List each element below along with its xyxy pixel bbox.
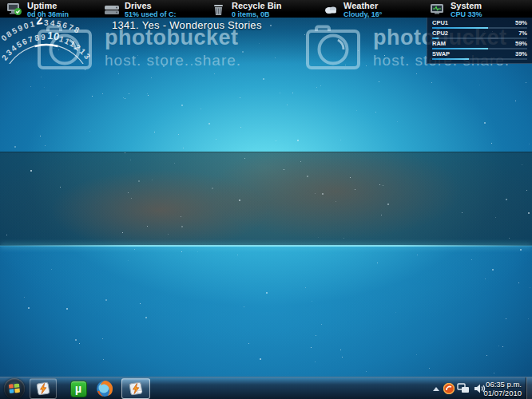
meter-bar-fill [432,38,439,39]
watermark-tagline: host. store. share. [105,53,241,68]
utorrent-icon: µ [70,381,87,397]
taskbar-button-utorrent[interactable]: µ [69,379,88,398]
recycle-bin-value: 0 items, 0B [232,11,281,18]
meter-bar-fill [432,27,488,29]
uptime-widget[interactable]: Uptime 0d 0h 36min [6,2,69,18]
now-playing-text: 1341. Yes - Wonderous Stories [112,19,262,31]
clock-current-underline [35,45,58,46]
meter-label: SWAP [432,51,450,57]
firefox-icon [95,379,114,398]
meter-bar-track [432,38,527,39]
computer-uptime-icon [6,2,22,16]
tray-time: 06:35 p.m. [483,380,522,389]
camera-icon [305,24,361,70]
meter-bar-fill [432,58,469,60]
desktop: photobucket host. store. share. photobuc… [0,0,532,399]
widget-topbar: Uptime 0d 0h 36min Drives 51% used of C: [0,0,532,18]
meter-value: 39% [515,51,527,57]
meter-label: CPU2 [432,30,448,37]
tray-date: 01/07/2010 [483,389,522,397]
recycle-bin-icon [211,2,227,16]
system-meters-panel[interactable]: CPU1 59% CPU2 7% RAM 59% SWAP 39% [427,18,532,64]
weather-title: Weather [343,2,382,10]
drives-title: Drives [125,2,177,10]
windows-logo-icon [8,382,21,395]
winamp-icon [35,381,51,397]
weather-widget[interactable]: Weather Cloudy, 16° [323,2,382,18]
utorrent-glyph: µ [75,383,81,394]
orange-app-icon[interactable] [443,383,455,394]
hard-drive-icon [104,2,120,16]
drives-widget[interactable]: Drives 51% used of C: [104,2,177,18]
meter-label: CPU1 [432,20,448,26]
drives-value: 51% used of C: [125,11,177,18]
weather-cloud-icon [323,2,339,16]
start-button[interactable] [4,378,25,399]
meter-label: RAM [432,41,446,47]
taskbar-button-winamp-active[interactable] [121,378,150,399]
system-monitor-icon [430,2,446,16]
winamp-active-icon [128,381,144,397]
recycle-bin-widget[interactable]: Recycle Bin 0 items, 0B [211,2,281,18]
tray-clock[interactable]: 06:35 p.m. 01/07/2010 [483,380,522,397]
meter-bar-track [432,58,527,60]
meter-value: 59% [515,20,527,26]
rotating-clock-widget[interactable]: 0859012345678 2345678910111213 [0,13,97,64]
meter-bar-track [432,27,527,29]
taskbar: µ [0,377,532,399]
meter-value: 7% [518,30,527,37]
meter-row-swap: SWAP 39% [427,51,532,61]
meter-bar-track [432,48,527,49]
weather-value: Cloudy, 16° [343,11,382,18]
meter-bar-fill [432,48,488,49]
uptime-title: Uptime [27,2,69,10]
show-hidden-icons-arrow[interactable] [433,387,439,391]
uptime-value: 0d 0h 36min [27,11,69,18]
taskbar-button-firefox[interactable] [93,379,115,398]
system-title: System [451,2,482,10]
recycle-bin-title: Recycle Bin [232,2,281,10]
show-desktop-button[interactable] [526,377,532,399]
watermark-band [0,152,532,246]
network-icon[interactable] [457,383,470,394]
system-widget[interactable]: System CPU 33% [430,2,482,18]
taskbar-button-winamp[interactable] [30,378,57,399]
meter-value: 59% [515,41,527,47]
